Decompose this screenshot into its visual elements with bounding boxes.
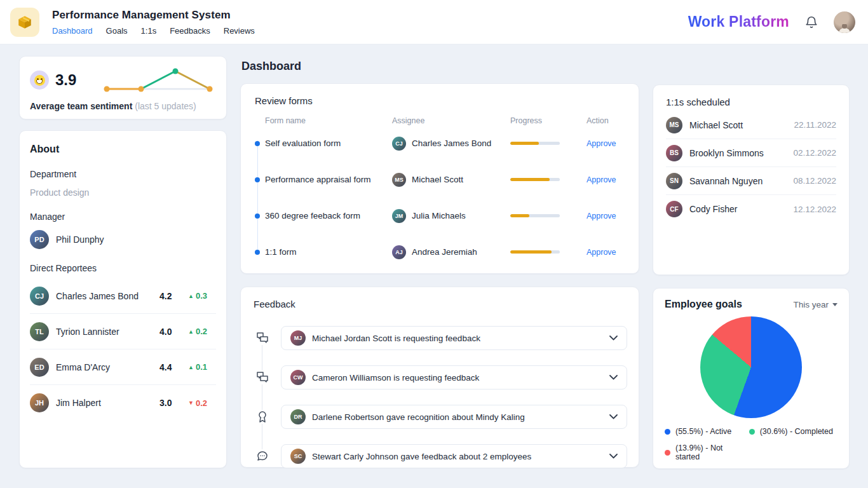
pie-legend: (55.5%) - Active (30.6%) - Completed (13… <box>665 427 837 461</box>
comment-dots-icon <box>254 449 271 463</box>
manager-name: Phil Dunphy <box>56 234 104 245</box>
meeting-date: 08.12.2022 <box>793 176 836 186</box>
reportee-name: Jim Halpert <box>56 398 153 408</box>
feedback-text: Cameron Williamson is requesting feedbac… <box>312 373 603 383</box>
nav-tab-goals[interactable]: Goals <box>106 26 128 36</box>
avatar: ED <box>30 358 49 377</box>
timeline-dot-icon <box>255 250 260 255</box>
reportees-label: Direct Reportees <box>30 263 216 273</box>
main-nav: Dashboard Goals 1:1s Feedbacks Reviews <box>52 26 255 36</box>
delta-arrow-icon: ▼ <box>188 400 194 406</box>
reportee-score: 4.2 <box>159 291 181 301</box>
column-action: Action <box>587 116 625 125</box>
feedback-row[interactable]: SC Stewart Carly Johnson gave feedback a… <box>281 444 627 468</box>
chevron-down-icon[interactable] <box>609 336 618 341</box>
chevron-down-icon[interactable] <box>609 375 618 380</box>
legend-dot-icon <box>749 429 755 435</box>
legend-dot-icon <box>665 429 670 435</box>
person-name: Michael Scott <box>689 120 787 130</box>
review-form-row: Performance appraisal form MSMichael Sco… <box>255 161 625 198</box>
reportee-name: Charles James Bond <box>56 291 153 301</box>
reportee-row: ED Emma D'Arcy 4.4 ▲0.1 <box>30 349 216 385</box>
assignee-name: Michael Scott <box>412 175 463 184</box>
delta-arrow-icon: ▲ <box>188 293 194 299</box>
feedback-text: Darlene Robertson gave recognition about… <box>312 412 603 422</box>
avatar: MS <box>392 173 406 187</box>
feedback-card: Feedback MJ Michael Jordan Scott is requ… <box>240 287 639 468</box>
notification-bell-icon[interactable] <box>804 15 818 29</box>
approve-button[interactable]: Approve <box>587 248 625 257</box>
year-filter-dropdown[interactable]: This year <box>793 300 837 309</box>
reportee-delta: ▲0.1 <box>188 362 216 372</box>
sentiment-card: 3.9 Average team sentiment (last 5 updat… <box>19 56 227 119</box>
avatar: AJ <box>392 245 406 259</box>
review-form-row: Self evaluation form CJCharles James Bon… <box>255 125 625 161</box>
avatar: JM <box>392 209 406 223</box>
timeline-dot-icon <box>255 141 260 146</box>
sentiment-sparkline <box>83 65 216 95</box>
person-name: Savannah Nguyen <box>689 176 786 186</box>
avatar: CJ <box>30 287 49 306</box>
reportee-delta: ▼0.2 <box>188 398 216 408</box>
avatar: JH <box>30 393 49 412</box>
sentiment-label: Average team sentiment <box>30 101 132 111</box>
feedback-text: Michael Jordan Scott is requesting feedb… <box>312 334 603 343</box>
reportees-list: CJ Charles James Bond 4.2 ▲0.3 TL Tyrion… <box>30 278 216 421</box>
user-avatar[interactable] <box>834 11 855 33</box>
feedback-title: Feedback <box>254 299 627 309</box>
timeline-dot-icon <box>255 177 260 182</box>
goals-pie-chart <box>700 316 802 418</box>
avatar: MS <box>666 117 682 133</box>
avatar: SN <box>666 173 682 189</box>
reportee-score: 3.0 <box>159 398 181 408</box>
grinning-face-emoji <box>30 71 49 90</box>
chat-duplicate-icon <box>254 370 271 384</box>
filter-label: This year <box>793 300 829 309</box>
feedback-item: CW Cameron Williamson is requesting feed… <box>254 358 627 397</box>
approve-button[interactable]: Approve <box>587 212 625 220</box>
caret-down-icon <box>832 303 837 306</box>
feedback-item: SC Stewart Carly Johnson gave feedback a… <box>254 437 627 476</box>
reportee-row: JH Jim Halpert 3.0 ▼0.2 <box>30 385 216 421</box>
progress-bar <box>510 178 560 181</box>
package-cube-icon <box>17 14 33 30</box>
one-on-ones-title: 1:1s scheduled <box>666 97 836 107</box>
chevron-down-icon[interactable] <box>609 454 618 459</box>
manager-label: Manager <box>30 212 216 222</box>
review-form-row: 1:1 form AJAndrea Jeremiah Approve <box>255 234 625 270</box>
delta-arrow-icon: ▲ <box>188 364 194 370</box>
avatar: DR <box>290 409 306 424</box>
nav-tab-dashboard[interactable]: Dashboard <box>52 26 93 36</box>
chevron-down-icon[interactable] <box>609 414 618 419</box>
chat-duplicate-icon <box>254 331 271 345</box>
avatar: CJ <box>392 137 406 151</box>
feedback-text: Stewart Carly Johnson gave feedback abou… <box>312 452 603 461</box>
nav-tab-feedbacks[interactable]: Feedbacks <box>170 26 210 36</box>
nav-tab-reviews[interactable]: Reviews <box>224 26 255 36</box>
app-title: Performance Management System <box>52 9 255 22</box>
person-name: Brooklyn Simmons <box>689 148 786 158</box>
person-name: Cody Fisher <box>689 204 786 214</box>
feedback-row[interactable]: DR Darlene Robertson gave recognition ab… <box>281 405 627 429</box>
feedback-row[interactable]: MJ Michael Jordan Scott is requesting fe… <box>281 326 627 350</box>
about-card: About Department Product design Manager … <box>19 130 227 468</box>
employee-goals-card: Employee goals This year (55.5%) - Activ… <box>653 288 850 469</box>
meeting-date: 22.11.2022 <box>794 120 836 130</box>
sentiment-caption: Average team sentiment (last 5 updates) <box>30 101 216 111</box>
legend-item-completed: (30.6%) - Completed <box>749 427 837 436</box>
reportee-delta: ▲0.2 <box>188 327 216 336</box>
approve-button[interactable]: Approve <box>587 175 625 184</box>
app-logo[interactable] <box>10 8 39 37</box>
avatar: BS <box>666 145 682 161</box>
timeline-dot-icon <box>255 214 260 219</box>
column-progress: Progress <box>510 116 587 125</box>
reportee-name: Emma D'Arcy <box>56 362 153 372</box>
approve-button[interactable]: Approve <box>587 139 625 148</box>
review-forms-title: Review forms <box>255 95 625 106</box>
column-assignee: Assignee <box>392 116 510 125</box>
nav-tab-1-1s[interactable]: 1:1s <box>141 26 157 36</box>
award-ribbon-icon <box>254 410 271 424</box>
form-name: Self evaluation form <box>265 139 392 148</box>
one-on-one-row: MS Michael Scott 22.11.2022 <box>666 111 836 139</box>
feedback-row[interactable]: CW Cameron Williamson is requesting feed… <box>281 365 627 390</box>
